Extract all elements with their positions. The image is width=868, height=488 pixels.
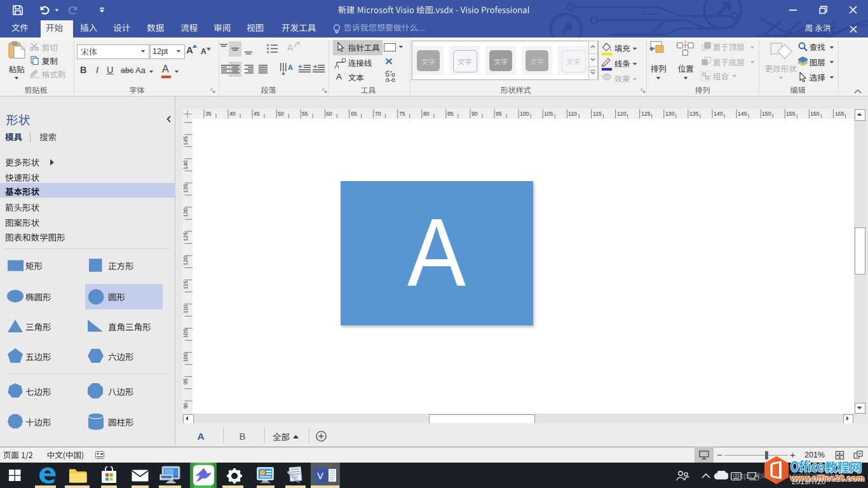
svg-text:V: V	[317, 470, 323, 481]
svg-text:A: A	[288, 64, 293, 71]
